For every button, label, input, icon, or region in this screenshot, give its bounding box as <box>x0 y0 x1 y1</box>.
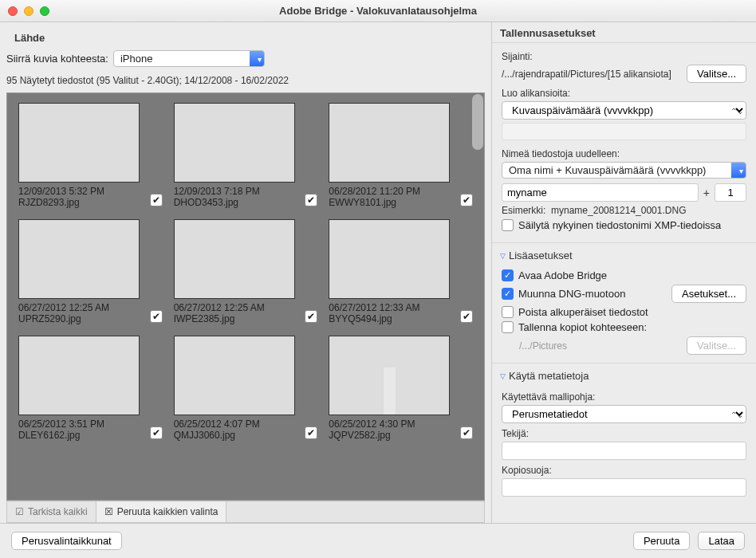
checkbox-checked-icon: ✓ <box>502 288 514 300</box>
thumbnail-grid[interactable]: 12/09/2013 5:32 PMRJZD8293.jpg✔12/09/201… <box>6 92 485 501</box>
checkbox-icon <box>502 306 514 318</box>
thumbnail-image[interactable] <box>174 219 295 299</box>
window-controls <box>8 6 49 16</box>
window-title: Adobe Bridge - Valokuvanlatausohjelma <box>8 5 748 17</box>
thumbnail-filename: DHOD3453.jpg <box>174 197 318 208</box>
choose-location-button[interactable]: Valitse... <box>687 65 746 83</box>
device-select[interactable]: iPhone <box>113 50 265 67</box>
basic-dialogs-button[interactable]: Perusvalintaikkunat <box>11 532 122 550</box>
save-heading: Tallennusasetukset <box>492 22 756 43</box>
rename-scheme-select[interactable]: Oma nimi + Kuvauspäivämäärä (vvvvkkpp) <box>502 162 746 179</box>
thumbnail-item[interactable]: 06/25/2012 4:07 PMQMJJ3060.jpg✔ <box>174 336 318 441</box>
open-bridge-label: Avaa Adobe Bridge <box>518 269 607 281</box>
dng-settings-button[interactable]: Asetukset... <box>671 285 746 303</box>
metadata-disclosure[interactable]: ▽ Käytä metatietoja <box>492 363 756 383</box>
thumbnail-image[interactable] <box>18 219 140 299</box>
thumbnail-checkbox[interactable]: ✔ <box>460 310 473 323</box>
subfolder-scheme-select[interactable]: Kuvauspäivämäärä (vvvvkkpp) <box>502 101 746 120</box>
thumbnail-item[interactable]: 12/09/2013 7:18 PMDHOD3453.jpg✔ <box>174 103 318 208</box>
copies-path: /.../Pictures <box>502 340 567 352</box>
thumbnail-filename: RJZD8293.jpg <box>18 197 163 208</box>
delete-originals-checkbox[interactable]: Poista alkuperäiset tiedostot <box>502 306 746 318</box>
uncheck-all-label: Peruuta kaikkien valinta <box>117 506 219 517</box>
advanced-heading: Lisäasetukset <box>509 250 573 261</box>
subfolders-label: Luo alikansioita: <box>502 88 746 99</box>
open-bridge-checkbox[interactable]: ✓ Avaa Adobe Bridge <box>502 269 746 281</box>
location-path: /.../rajendrapatil/Pictures/[15 alikansi… <box>502 69 671 80</box>
grid-toolbar: ☑︎ Tarkista kaikki ☒ Peruuta kaikkien va… <box>6 501 485 523</box>
thumbnail-checkbox[interactable]: ✔ <box>150 194 163 206</box>
preserve-xmp-label: Säilytä nykyinen tiedostonimi XMP-tiedoi… <box>518 219 721 231</box>
triangle-down-icon: ▽ <box>500 372 506 380</box>
thumbnail-item[interactable]: 06/27/2012 12:25 AMUPRZ5290.jpg✔ <box>18 219 163 324</box>
thumbnail-date: 12/09/2013 5:32 PM <box>18 186 163 197</box>
thumbnail-item[interactable]: 06/27/2012 12:25 AMIWPE2385.jpg✔ <box>174 219 318 324</box>
convert-dng-checkbox[interactable]: ✓ Muunna DNG-muotoon <box>502 288 625 300</box>
thumbnail-image[interactable] <box>174 103 295 183</box>
checkbox-checked-icon: ✓ <box>502 269 514 281</box>
close-icon[interactable] <box>8 6 18 16</box>
thumbnail-item[interactable]: 06/25/2012 3:51 PMDLEY6162.jpg✔ <box>18 336 163 441</box>
save-copies-label: Tallenna kopiot kohteeseen: <box>518 321 647 333</box>
minimize-icon[interactable] <box>24 6 33 16</box>
thumbnail-checkbox[interactable]: ✔ <box>305 426 317 439</box>
thumbnail-filename: UPRZ5290.jpg <box>18 313 163 324</box>
thumbnail-image[interactable] <box>18 103 140 183</box>
rename-label: Nimeä tiedostoja uudelleen: <box>502 148 746 159</box>
titlebar: Adobe Bridge - Valokuvanlatausohjelma <box>0 0 756 22</box>
thumbnail-filename: JQPV2582.jpg <box>329 430 473 441</box>
thumbnail-checkbox[interactable]: ✔ <box>150 310 163 323</box>
thumbnail-checkbox[interactable]: ✔ <box>305 310 317 323</box>
copyright-label: Kopiosuoja: <box>502 465 746 476</box>
check-all-label: Tarkista kaikki <box>28 506 88 517</box>
choose-copies-button: Valitse... <box>687 336 746 355</box>
creator-input[interactable] <box>502 442 746 460</box>
save-copies-checkbox[interactable]: Tallenna kopiot kohteeseen: <box>502 321 746 333</box>
thumbnail-filename: BYYQ5494.jpg <box>329 313 473 324</box>
thumbnail-filename: QMJJ3060.jpg <box>174 430 318 441</box>
copyright-input[interactable] <box>502 478 746 497</box>
thumbnail-date: 06/25/2012 4:30 PM <box>329 418 473 430</box>
triangle-down-icon: ▽ <box>500 252 506 260</box>
sequence-start-input[interactable] <box>715 183 746 202</box>
advanced-disclosure[interactable]: ▽ Lisäasetukset <box>492 243 756 263</box>
thumbnail-checkbox[interactable]: ✔ <box>460 426 473 439</box>
thumbnail-image[interactable] <box>329 103 450 183</box>
thumbnail-image[interactable] <box>329 336 450 415</box>
checkbox-icon <box>502 321 514 333</box>
plus-icon: + <box>703 187 710 199</box>
uncheck-all-button[interactable]: ☒ Peruuta kaikkien valinta <box>96 501 227 522</box>
example-filename: Esimerkki: myname_20081214_0001.DNG <box>502 205 746 216</box>
thumbnail-date: 06/25/2012 3:51 PM <box>18 418 163 430</box>
zoom-icon[interactable] <box>40 6 49 16</box>
download-button[interactable]: Lataa <box>698 532 745 550</box>
preserve-xmp-checkbox[interactable]: Säilytä nykyinen tiedostonimi XMP-tiedoi… <box>502 219 746 231</box>
thumbnail-image[interactable] <box>329 219 450 299</box>
thumbnail-image[interactable] <box>174 336 295 415</box>
convert-dng-label: Muunna DNG-muotoon <box>518 288 625 300</box>
thumbnail-item[interactable]: 06/25/2012 4:30 PMJQPV2582.jpg✔ <box>329 336 473 441</box>
delete-originals-label: Poista alkuperäiset tiedostot <box>518 306 648 318</box>
thumbnail-checkbox[interactable]: ✔ <box>305 194 317 206</box>
footer: Perusvalintaikkunat Peruuta Lataa <box>0 523 756 558</box>
thumbnail-date: 06/27/2012 12:25 AM <box>174 302 318 313</box>
thumbnail-date: 06/27/2012 12:33 AM <box>329 302 473 313</box>
thumbnail-item[interactable]: 12/09/2013 5:32 PMRJZD8293.jpg✔ <box>18 103 163 208</box>
uncheck-all-icon: ☒ <box>104 506 113 517</box>
thumbnail-item[interactable]: 06/28/2012 11:20 PMEWWY8101.jpg✔ <box>329 103 473 208</box>
thumbnail-image[interactable] <box>18 336 140 415</box>
cancel-button[interactable]: Peruuta <box>633 532 691 550</box>
scrollbar[interactable] <box>472 94 483 150</box>
thumbnail-checkbox[interactable]: ✔ <box>150 426 163 439</box>
custom-name-input[interactable] <box>502 183 699 202</box>
template-label: Käytettävä mallipohja: <box>502 391 746 403</box>
thumbnail-item[interactable]: 06/27/2012 12:33 AMBYYQ5494.jpg✔ <box>329 219 473 324</box>
location-label: Sijainti: <box>502 51 746 62</box>
check-all-icon: ☑︎ <box>15 506 24 517</box>
thumbnail-checkbox[interactable]: ✔ <box>460 194 473 206</box>
thumbnail-filename: IWPE2385.jpg <box>174 313 318 324</box>
thumbnail-date: 06/27/2012 12:25 AM <box>18 302 163 313</box>
creator-label: Tekijä: <box>502 428 746 439</box>
metadata-template-select[interactable]: Perusmetatiedot <box>502 405 746 423</box>
check-all-button[interactable]: ☑︎ Tarkista kaikki <box>7 501 96 522</box>
